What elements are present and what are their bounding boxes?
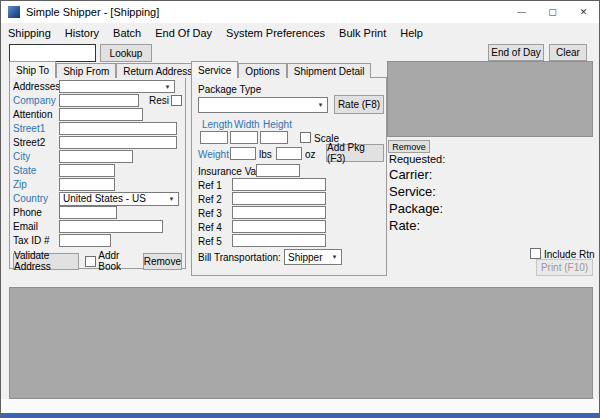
print-button[interactable]: Print (F10) [536, 259, 593, 276]
phone-input[interactable] [59, 206, 117, 219]
ref5-input[interactable] [232, 234, 326, 247]
ship-remove-button[interactable]: Remove [143, 253, 182, 270]
clear-button[interactable]: Clear [549, 44, 587, 61]
tab-options[interactable]: Options [238, 63, 286, 78]
service-tabs: Service Options Shipment Detail [191, 61, 371, 78]
maximize-icon[interactable]: ▢ [537, 1, 568, 23]
email-input[interactable] [59, 220, 163, 233]
company-label[interactable]: Company [13, 95, 59, 106]
attention-row: Attention [13, 108, 182, 121]
width-label[interactable]: Width [234, 119, 260, 130]
email-row: Email [13, 220, 182, 233]
lookup-input[interactable] [9, 44, 96, 62]
addresses-label: Addresses [13, 81, 59, 92]
state-input[interactable] [59, 164, 115, 177]
tab-ship-to[interactable]: Ship To [9, 61, 56, 78]
ref2-input[interactable] [232, 192, 326, 205]
zip-label[interactable]: Zip [13, 179, 59, 190]
menu-history[interactable]: History [58, 25, 106, 41]
weight-oz-input[interactable] [276, 147, 302, 160]
summary-remove-button[interactable]: Remove [388, 140, 430, 153]
email-label: Email [13, 221, 59, 232]
tab-service[interactable]: Service [191, 61, 238, 78]
title-bar: Simple Shipper - [Shipping] — ▢ ✕ [1, 1, 599, 23]
company-input[interactable] [59, 94, 139, 107]
app-window: Simple Shipper - [Shipping] — ▢ ✕ Shippi… [0, 0, 600, 418]
service-label: Service: [389, 184, 436, 199]
chevron-down-icon: ▾ [314, 101, 327, 109]
menu-system-preferences[interactable]: System Preferences [219, 25, 332, 41]
addresses-dropdown[interactable]: ▾ [59, 80, 175, 93]
validate-address-button[interactable]: Validate Address [13, 253, 79, 270]
window-title: Simple Shipper - [Shipping] [26, 6, 159, 18]
country-dropdown[interactable]: United States - US ▾ [59, 192, 179, 206]
tax-id-input[interactable] [59, 234, 111, 247]
ref3-input[interactable] [232, 206, 326, 219]
street2-row: Street2 [13, 136, 182, 149]
app-icon [8, 6, 20, 18]
include-rtn-lbl-checkbox[interactable] [530, 248, 541, 259]
zip-input[interactable] [59, 178, 115, 191]
city-label[interactable]: City [13, 151, 59, 162]
tab-ship-from[interactable]: Ship From [56, 63, 116, 78]
chevron-down-icon: ▾ [165, 195, 178, 203]
city-row: City [13, 150, 182, 163]
street1-row: Street1 [13, 122, 182, 135]
ship-buttons-row: Validate Address Addr Book Remove [13, 252, 182, 270]
requested-label: Requested: [389, 153, 445, 165]
rate-results-panel [387, 61, 593, 137]
bill-transportation-dropdown[interactable]: Shipper ▾ [284, 249, 342, 265]
menu-batch[interactable]: Batch [106, 25, 148, 41]
scale-checkbox[interactable] [300, 132, 311, 143]
state-label[interactable]: State [13, 165, 59, 176]
zip-row: Zip [13, 178, 182, 191]
weight-lbs-input[interactable] [230, 147, 256, 160]
country-label[interactable]: Country [13, 193, 59, 204]
street1-label[interactable]: Street1 [13, 123, 59, 134]
ref4-input[interactable] [232, 220, 326, 233]
length-label[interactable]: Length [202, 119, 233, 130]
phone-row: Phone [13, 206, 182, 219]
addr-book-checkbox[interactable] [85, 256, 96, 267]
package-type-label: Package Type [198, 84, 261, 95]
country-row: Country United States - US ▾ [13, 192, 182, 205]
width-input[interactable] [230, 131, 258, 144]
weight-label[interactable]: Weight [198, 149, 229, 160]
lbs-label: lbs [259, 149, 272, 160]
height-input[interactable] [260, 131, 288, 144]
street2-input[interactable] [59, 136, 177, 149]
taskbar-strip [1, 413, 599, 418]
close-icon[interactable]: ✕ [568, 1, 599, 23]
minimize-icon[interactable]: — [506, 1, 537, 23]
menu-shipping[interactable]: Shipping [1, 25, 58, 41]
lookup-button[interactable]: Lookup [100, 44, 152, 62]
bill-transportation-value: Shipper [288, 252, 322, 263]
tab-shipment-detail[interactable]: Shipment Detail [287, 63, 372, 78]
street2-label: Street2 [13, 137, 59, 148]
menu-bulk-print[interactable]: Bulk Print [332, 25, 393, 41]
service-body: Package Type ▾ Rate (F8) Length Width He… [191, 77, 387, 276]
ref3-label: Ref 3 [198, 208, 222, 219]
menu-help[interactable]: Help [393, 25, 430, 41]
package-type-dropdown[interactable]: ▾ [198, 97, 328, 113]
state-row: State [13, 164, 182, 177]
attention-input[interactable] [59, 108, 143, 121]
ref1-input[interactable] [232, 178, 326, 191]
city-input[interactable] [59, 150, 133, 163]
resi-label: Resi [149, 95, 169, 106]
height-label[interactable]: Height [263, 119, 292, 130]
ship-to-panel: Ship To Ship From Return Address Address… [9, 61, 186, 269]
add-pkg-button[interactable]: Add Pkg (F3) [326, 144, 384, 162]
menu-end-of-day[interactable]: End Of Day [148, 25, 219, 41]
resi-checkbox[interactable] [171, 95, 182, 106]
street1-input[interactable] [59, 122, 177, 135]
ref5-label: Ref 5 [198, 236, 222, 247]
tax-id-row: Tax ID # [13, 234, 182, 247]
addr-book-label: Addr Book [98, 250, 139, 272]
insurance-value-input[interactable] [256, 164, 300, 177]
length-input[interactable] [200, 131, 228, 144]
rate-button[interactable]: Rate (F8) [334, 95, 384, 114]
addresses-row: Addresses ▾ [13, 80, 182, 93]
end-of-day-button[interactable]: End of Day [488, 44, 544, 61]
tab-return-address[interactable]: Return Address [116, 63, 199, 78]
